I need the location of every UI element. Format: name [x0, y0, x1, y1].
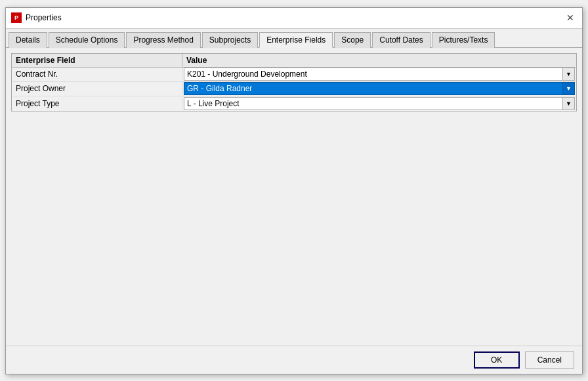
dropdown-text-2: L - Live Project: [184, 98, 562, 109]
dropdown-text-1: GR - Gilda Radner: [184, 83, 562, 94]
cell-field-2: Project Type: [12, 98, 182, 110]
cancel-button[interactable]: Cancel: [525, 351, 574, 369]
tab-progress-method[interactable]: Progress Method: [126, 32, 200, 48]
cell-value-0: K201 - Underground Development▼: [182, 68, 576, 81]
enterprise-fields-table: Enterprise Field Value Contract Nr.K201 …: [11, 53, 577, 111]
table-row: Project TypeL - Live Project▼: [12, 96, 576, 111]
dialog-title: Properties: [26, 13, 62, 22]
dropdown-0[interactable]: K201 - Underground Development▼: [184, 68, 575, 81]
footer: OK Cancel: [6, 346, 582, 374]
app-icon: P: [11, 12, 22, 23]
cell-field-1: Project Owner: [12, 83, 182, 94]
table-row: Contract Nr.K201 - Underground Developme…: [12, 68, 576, 82]
table-row: Project OwnerGR - Gilda Radner▼: [12, 82, 576, 96]
title-bar: P Properties ✕: [6, 8, 582, 29]
close-button[interactable]: ✕: [564, 11, 577, 24]
tab-enterprise-fields[interactable]: Enterprise Fields: [259, 32, 333, 48]
column-header-field: Enterprise Field: [12, 54, 182, 67]
title-bar-left: P Properties: [11, 12, 62, 23]
tab-pictures-texts[interactable]: Pictures/Texts: [432, 32, 495, 48]
cell-value-1: GR - Gilda Radner▼: [182, 82, 576, 95]
dropdown-arrow-2[interactable]: ▼: [562, 98, 574, 110]
tabs-bar: DetailsSchedule OptionsProgress MethodSu…: [6, 29, 582, 48]
table-header: Enterprise Field Value: [12, 54, 576, 68]
tab-subprojects[interactable]: Subprojects: [202, 32, 258, 48]
dropdown-2[interactable]: L - Live Project▼: [184, 97, 575, 110]
cell-field-0: Contract Nr.: [12, 68, 182, 80]
dropdown-1[interactable]: GR - Gilda Radner▼: [184, 82, 575, 95]
column-header-value: Value: [182, 54, 576, 67]
dropdown-arrow-0[interactable]: ▼: [562, 68, 574, 80]
dropdown-text-0: K201 - Underground Development: [184, 69, 562, 79]
tab-details[interactable]: Details: [9, 32, 47, 48]
table-body: Contract Nr.K201 - Underground Developme…: [12, 68, 576, 111]
properties-dialog: P Properties ✕ DetailsSchedule OptionsPr…: [5, 7, 583, 374]
ok-button[interactable]: OK: [474, 351, 520, 369]
tab-schedule-options[interactable]: Schedule Options: [49, 32, 125, 48]
cell-value-2: L - Live Project▼: [182, 97, 576, 110]
dropdown-arrow-1[interactable]: ▼: [562, 83, 574, 94]
tab-cutoff-dates[interactable]: Cutoff Dates: [372, 32, 430, 48]
tab-scope[interactable]: Scope: [334, 32, 371, 48]
content-area: Enterprise Field Value Contract Nr.K201 …: [6, 48, 582, 346]
